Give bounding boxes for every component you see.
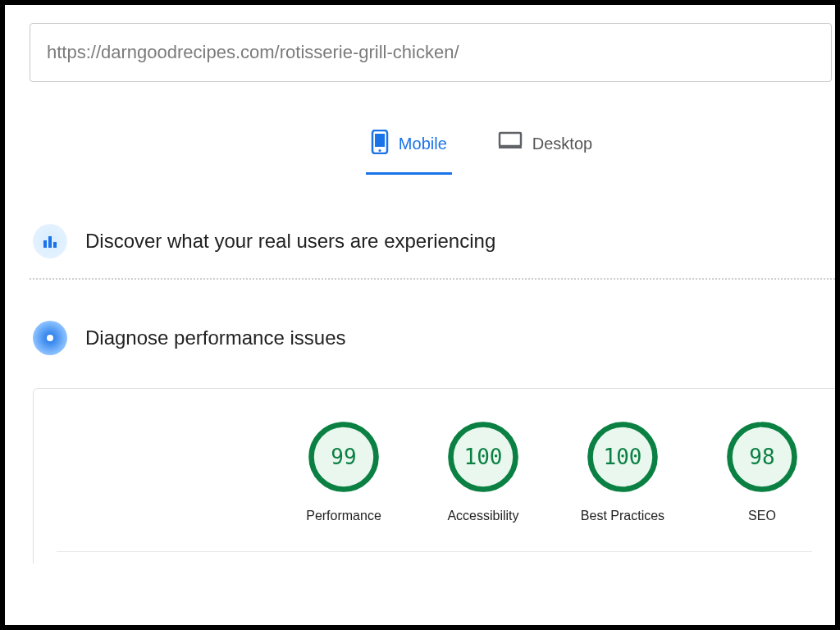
- section-discover-title: Discover what your real users are experi…: [85, 230, 495, 253]
- score-best-practices[interactable]: 100 Best Practices: [565, 418, 680, 523]
- desktop-icon: [498, 131, 523, 157]
- svg-rect-5: [43, 240, 47, 248]
- section-diagnose: Diagnose performance issues: [30, 316, 835, 360]
- bar-chart-icon: [33, 224, 67, 258]
- gauge-accessibility: 100: [445, 418, 522, 495]
- gauge-performance: 99: [305, 418, 382, 495]
- score-best-practices-value: 100: [584, 418, 661, 495]
- section-discover: Discover what your real users are experi…: [30, 219, 835, 263]
- score-seo[interactable]: 98 SEO: [705, 418, 819, 523]
- score-seo-value: 98: [724, 418, 801, 495]
- section-diagnose-title: Diagnose performance issues: [85, 326, 346, 349]
- device-tabs: Mobile Desktop: [30, 123, 835, 170]
- score-performance-label: Performance: [306, 509, 381, 523]
- svg-point-8: [47, 335, 53, 341]
- scores-card: 99 Performance 100 Accessibility: [33, 388, 835, 564]
- url-input[interactable]: [47, 42, 815, 63]
- url-input-container[interactable]: [30, 23, 832, 82]
- target-icon: [33, 321, 67, 355]
- tab-mobile[interactable]: Mobile: [366, 123, 452, 170]
- scores-divider: [57, 551, 812, 552]
- svg-rect-1: [375, 134, 385, 147]
- svg-rect-4: [499, 146, 522, 148]
- scores-row: 99 Performance 100 Accessibility: [57, 418, 812, 523]
- tab-desktop-label: Desktop: [532, 135, 592, 153]
- score-performance-value: 99: [305, 418, 382, 495]
- svg-rect-7: [53, 242, 57, 248]
- svg-point-2: [378, 149, 381, 152]
- score-accessibility-label: Accessibility: [447, 509, 518, 523]
- svg-rect-3: [500, 133, 521, 146]
- tab-mobile-label: Mobile: [399, 135, 447, 153]
- score-seo-label: SEO: [748, 509, 776, 523]
- gauge-best-practices: 100: [584, 418, 661, 495]
- score-accessibility[interactable]: 100 Accessibility: [426, 418, 541, 523]
- score-accessibility-value: 100: [445, 418, 522, 495]
- svg-rect-6: [48, 236, 52, 248]
- page-frame: Mobile Desktop Discover what your real u…: [0, 0, 840, 630]
- gauge-seo: 98: [724, 418, 801, 495]
- score-best-practices-label: Best Practices: [581, 509, 664, 523]
- mobile-icon: [371, 130, 389, 158]
- score-performance[interactable]: 99 Performance: [286, 418, 401, 523]
- tab-desktop[interactable]: Desktop: [493, 123, 597, 170]
- divider: [30, 278, 835, 280]
